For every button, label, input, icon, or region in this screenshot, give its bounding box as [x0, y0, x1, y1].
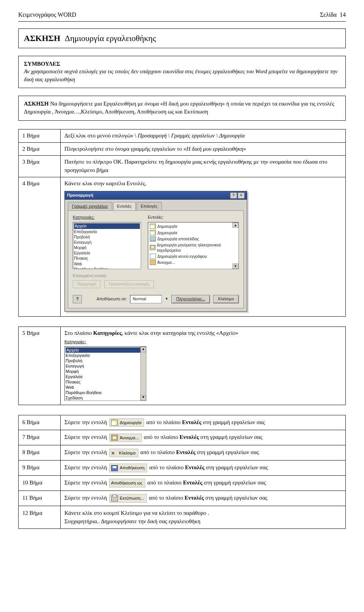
category-item[interactable]: Μορφή [66, 369, 145, 374]
step-6-label: 6 Βήμα [19, 415, 61, 430]
command-chip-open: Άνοιγμα... [109, 434, 142, 442]
advice-body: Αν χρησιμοποείτε συχνά επιλογές για τις … [24, 68, 340, 83]
step-8-body: Σύρετε την εντολή Κλείσιμο από το πλαίσι… [61, 445, 346, 461]
selected-command-label: Επιλεγμένη εντολή: [73, 273, 239, 279]
webpage-icon [150, 236, 156, 241]
help-button[interactable]: ? [230, 192, 237, 199]
step-7-mid: από το πλαίσιο [144, 434, 179, 440]
dropdown-arrow-icon[interactable]: ▼ [165, 297, 168, 301]
step-10-body: Σύρετε την εντολή Αποθήκευση ως από το π… [61, 476, 346, 491]
save-icon [111, 465, 118, 471]
step-12-line1: Κάνετε κλίκ στο κουμπί Κλείσιμο για να κ… [64, 509, 342, 517]
command-chip-saveas: Αποθήκευση ως [109, 479, 145, 487]
category-item[interactable]: Web [66, 385, 145, 390]
selected-command-row: Επιλεγμένη εντολή: Περιγραφή Τροποποίηση… [73, 273, 239, 288]
chip-label: Δημιουργία [120, 420, 141, 426]
save-in-field[interactable]: Normal [130, 295, 162, 303]
categories-screenshot: Κατηγορίες: Αρχείο Επεξεργασία Προβολή Ε… [64, 339, 342, 401]
exercise-label: ΑΣΚΗΣΗ [24, 33, 60, 43]
step-7-pre: Σύρετε την εντολή [64, 434, 107, 440]
categories-listbox[interactable]: Αρχείο Επεξεργασία Προβολή Εισαγωγή Μορφ… [73, 222, 141, 269]
category-item[interactable]: Πίνακας [74, 256, 140, 261]
scroll-up-icon[interactable]: ▲ [232, 222, 238, 228]
category-item[interactable]: Εισαγωγή [74, 240, 140, 245]
close-icon [111, 450, 117, 456]
command-item[interactable]: Δημιουργία κενού εγγράφου [149, 253, 238, 259]
new-icon [150, 230, 156, 235]
step-12-line2: Συγχαρητήρια.. Δημιουργήσατε την δική σα… [64, 517, 342, 526]
context-help-button[interactable]: ? [73, 295, 82, 303]
tab-toolbars[interactable]: Γραμμές εργαλείων [68, 202, 112, 211]
command-item[interactable]: Άνοιγμα... [149, 259, 238, 265]
command-item[interactable]: Δημιουργία [149, 223, 238, 229]
categories-label: Κατηγορίες: [73, 215, 141, 221]
task-body: ΑΣΚΗΣΗ Να δημιουργήσετε μια Εργαλειοθήκη… [24, 100, 340, 116]
dialog-title-text: Προσαρμογή [67, 192, 93, 199]
step-6-mid: από το πλαίσιο [146, 419, 182, 425]
step-8-bold: Εντολές [176, 449, 195, 455]
category-item[interactable]: Επεξεργασία [74, 229, 140, 234]
category-item[interactable]: Παράθυρο-Βοήθεια [74, 267, 140, 270]
step-10-mid: από το πλαίσιο [147, 480, 183, 486]
category-item[interactable]: Προβολή [74, 234, 140, 240]
step-2-ital: Η δική μου εργαλειοθήκη [186, 146, 243, 152]
command-item[interactable]: Δημιουργία [149, 230, 238, 236]
step-9-label: 9 Βήμα [19, 461, 61, 476]
tab-commands[interactable]: Εντολές [113, 202, 136, 211]
step-11-label: 11 Βήμα [19, 491, 61, 506]
command-item[interactable]: Δημιουργία μηνύματος ηλεκτρονικού ταχυδρ… [149, 242, 238, 253]
close-button[interactable]: Κλείσιμο [213, 295, 239, 303]
category-item[interactable]: Αρχείο [74, 223, 140, 229]
scrollbar[interactable]: ▲ ▼ [140, 347, 146, 401]
new-icon [150, 224, 156, 229]
page-header: Κειμενογράφος WORD Σελίδα 14 [18, 11, 346, 18]
step-5-post: , κάντε κλικ στην κατηγορία της εντολής … [122, 330, 238, 336]
scroll-down-icon[interactable]: ▼ [141, 395, 146, 401]
category-item[interactable]: Εισαγωγή [66, 363, 145, 369]
description-button: Περιγραφή [73, 280, 100, 288]
scroll-down-icon[interactable]: ▼ [232, 263, 238, 269]
chip-label: Αποθήκευση [120, 465, 144, 471]
steps-table-1: 1 Βήμα Δεξί κλικ στο μενού επιλογών \ Πρ… [18, 129, 346, 317]
step-8-pre: Σύρετε την εντολή [64, 449, 107, 455]
categories-listbox-2[interactable]: Αρχείο Επεξεργασία Προβολή Εισαγωγή Μορφ… [64, 346, 146, 401]
step-9-bold: Εντολές [185, 464, 204, 470]
commands-listbox[interactable]: ▲ Δημιουργία Δημιουργία Δημιουργία ιστοσ… [148, 222, 239, 269]
close-window-button[interactable]: × [238, 192, 245, 199]
category-item[interactable]: Εργαλεία [74, 250, 140, 256]
tab-options[interactable]: Επιλογές [136, 202, 162, 211]
command-chip-new: Δημιουργία [109, 418, 144, 427]
step-1-label: 1 Βήμα [19, 129, 61, 142]
step-6-pre: Σύρετε την εντολή [64, 419, 107, 425]
steps-table-6-12: 6 Βήμα Σύρετε την εντολή Δημιουργία από … [18, 415, 346, 529]
exercise-title-box: ΑΣΚΗΣΗ Δημιουργία εργαλειοθήκης [18, 28, 346, 48]
tab-options-label: Επιλογές [141, 204, 158, 208]
category-item[interactable]: Παράθυρο-Βοήθεια [66, 390, 145, 395]
chip-label: Κλείσιμο [119, 450, 136, 456]
advice-box: ΣΥΜΒΟΥΛΕΣ Αν χρησιμοποείτε συχνά επιλογέ… [18, 56, 346, 88]
step-4-body: Κάνετε κλικ στην καρτέλα Εντολές. Προσαρ… [61, 177, 346, 316]
step-11-mid: από το πλαίσιο [149, 495, 185, 501]
step-8-label: 8 Βήμα [19, 445, 61, 461]
step-9-post: στη γραμμή εργαλείων σας [204, 464, 268, 470]
tab-toolbars-label: Γραμμές εργαλείων [72, 204, 108, 208]
step-3-label: 3 Βήμα [19, 156, 61, 177]
category-item[interactable]: Αρχείο [66, 347, 145, 353]
command-item[interactable]: Δημιουργία ιστοσελίδας [149, 236, 238, 242]
keyboard-button[interactable]: Πληκτρολόγιο... [171, 295, 210, 303]
print-icon [111, 495, 118, 502]
category-item[interactable]: Μορφή [74, 245, 140, 250]
step-11-pre: Σύρετε την εντολή [64, 495, 107, 501]
step-10-post: στη γραμμή εργαλείων σας [202, 480, 266, 486]
category-item[interactable]: Εργαλεία [66, 374, 145, 379]
step-7-body: Σύρετε την εντολή Άνοιγμα... από το πλαί… [61, 430, 346, 445]
mail-icon [150, 245, 155, 250]
scroll-up-icon[interactable]: ▲ [141, 347, 146, 352]
step-2-post: » [243, 146, 246, 152]
category-item[interactable]: Πίνακας [66, 379, 145, 385]
category-item[interactable]: Σχεδίαση [66, 395, 145, 401]
category-item[interactable]: Web [74, 261, 140, 267]
category-item[interactable]: Επεξεργασία [66, 353, 145, 358]
step-2-pre: Πληκτρολογήστε στο όνομα γραμμής εργαλεί… [64, 146, 186, 152]
category-item[interactable]: Προβολή [66, 358, 145, 363]
